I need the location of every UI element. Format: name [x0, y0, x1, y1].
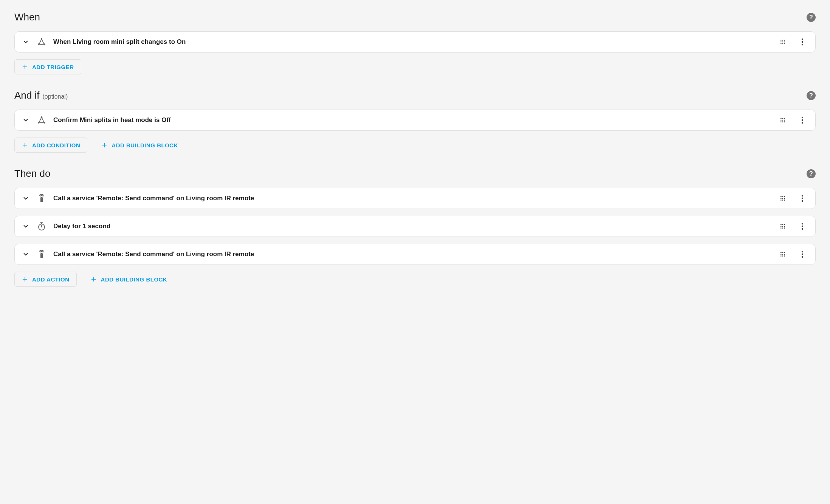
svg-point-62 [784, 227, 785, 229]
svg-point-63 [802, 223, 803, 224]
and-if-optional: (optional) [43, 93, 68, 100]
svg-point-28 [784, 121, 785, 122]
drag-handle-icon[interactable] [779, 38, 787, 46]
then-do-header: Then do ? [14, 168, 816, 179]
svg-point-39 [782, 196, 784, 197]
svg-point-42 [782, 198, 784, 199]
svg-point-12 [802, 39, 803, 40]
svg-point-9 [780, 43, 782, 44]
svg-point-72 [782, 254, 784, 255]
drag-handle-icon[interactable] [779, 116, 787, 124]
svg-point-64 [802, 226, 803, 227]
svg-point-55 [782, 224, 784, 225]
then-do-title: Then do [14, 168, 50, 179]
svg-point-59 [784, 226, 785, 227]
svg-point-22 [784, 118, 785, 119]
add-action-button[interactable]: Add Action [14, 272, 77, 287]
condition-row-left: Confirm Mini splits in heat mode is Off [22, 115, 779, 125]
plus-icon [22, 142, 28, 148]
chevron-down-icon[interactable] [22, 38, 30, 46]
add-trigger-label: Add Trigger [32, 64, 74, 70]
action-row[interactable]: Delay for 1 second [14, 216, 816, 237]
add-condition-label: Add Condition [32, 142, 80, 148]
action-row[interactable]: Call a service 'Remote: Send command' on… [14, 188, 816, 209]
condition-label: Confirm Mini splits in heat mode is Off [53, 116, 171, 124]
svg-point-58 [782, 226, 784, 227]
chevron-down-icon[interactable] [22, 222, 30, 230]
more-icon[interactable] [799, 250, 806, 258]
chevron-down-icon[interactable] [22, 194, 30, 203]
svg-point-44 [780, 199, 782, 201]
add-condition-button[interactable]: Add Condition [14, 138, 87, 153]
svg-point-37 [41, 198, 42, 199]
svg-point-61 [782, 227, 784, 229]
when-buttons: Add Trigger [14, 59, 816, 74]
when-title-text: When [14, 11, 40, 23]
svg-point-13 [802, 41, 803, 43]
when-title: When [14, 11, 40, 23]
svg-point-4 [782, 40, 784, 41]
svg-point-45 [782, 199, 784, 201]
state-icon [37, 115, 46, 125]
svg-point-70 [784, 252, 785, 253]
and-if-title: And if (optional) [14, 90, 68, 101]
more-icon[interactable] [799, 38, 806, 46]
more-icon[interactable] [799, 195, 806, 202]
condition-row[interactable]: Confirm Mini splits in heat mode is Off [14, 110, 816, 131]
trigger-row-left: When Living room mini split changes to O… [22, 37, 779, 47]
svg-point-8 [784, 42, 785, 43]
svg-point-69 [782, 252, 784, 253]
add-building-block-label: Add Building Block [101, 276, 167, 283]
add-trigger-button[interactable]: Add Trigger [14, 59, 81, 74]
svg-point-57 [780, 226, 782, 227]
action-row-right [779, 195, 808, 202]
svg-point-40 [784, 196, 785, 197]
action-row-right [779, 250, 808, 258]
add-building-block-button[interactable]: Add Building Block [94, 138, 185, 153]
drag-handle-icon[interactable] [779, 223, 787, 230]
svg-point-6 [780, 42, 782, 43]
more-icon[interactable] [799, 223, 806, 230]
plus-icon [22, 276, 28, 283]
drag-handle-icon[interactable] [779, 195, 787, 202]
help-icon[interactable]: ? [807, 13, 816, 22]
svg-point-76 [784, 255, 785, 257]
more-icon[interactable] [799, 116, 806, 124]
svg-point-74 [780, 255, 782, 257]
plus-icon [22, 63, 28, 70]
svg-point-26 [780, 121, 782, 122]
svg-point-60 [780, 227, 782, 229]
timer-icon [37, 221, 46, 231]
remote-icon [37, 193, 46, 203]
svg-point-43 [784, 198, 785, 199]
help-icon[interactable]: ? [807, 91, 816, 100]
trigger-row[interactable]: When Living room mini split changes to O… [14, 31, 816, 53]
svg-point-5 [784, 40, 785, 41]
svg-point-19 [41, 116, 43, 118]
svg-point-71 [780, 254, 782, 255]
then-do-title-text: Then do [14, 168, 50, 179]
trigger-row-right [779, 38, 808, 46]
action-row-left: Call a service 'Remote: Send command' on… [22, 249, 779, 259]
when-section: When ? When Living room mini split chang… [14, 11, 816, 74]
add-building-block-button[interactable]: Add Building Block [84, 272, 174, 287]
svg-point-79 [802, 256, 803, 258]
help-icon[interactable]: ? [807, 169, 816, 178]
drag-handle-icon[interactable] [779, 250, 787, 258]
plus-icon [90, 276, 97, 283]
add-building-block-label: Add Building Block [111, 142, 178, 148]
svg-point-41 [780, 198, 782, 199]
svg-point-14 [802, 44, 803, 45]
state-icon [37, 37, 46, 47]
when-header: When ? [14, 11, 816, 23]
svg-point-10 [782, 43, 784, 44]
svg-point-46 [784, 199, 785, 201]
action-row-left: Delay for 1 second [22, 221, 779, 231]
svg-point-77 [802, 251, 803, 252]
svg-point-48 [802, 198, 803, 199]
chevron-down-icon[interactable] [22, 116, 30, 124]
action-row[interactable]: Call a service 'Remote: Send command' on… [14, 244, 816, 265]
svg-point-3 [780, 40, 782, 41]
svg-point-68 [780, 252, 782, 253]
chevron-down-icon[interactable] [22, 250, 30, 258]
